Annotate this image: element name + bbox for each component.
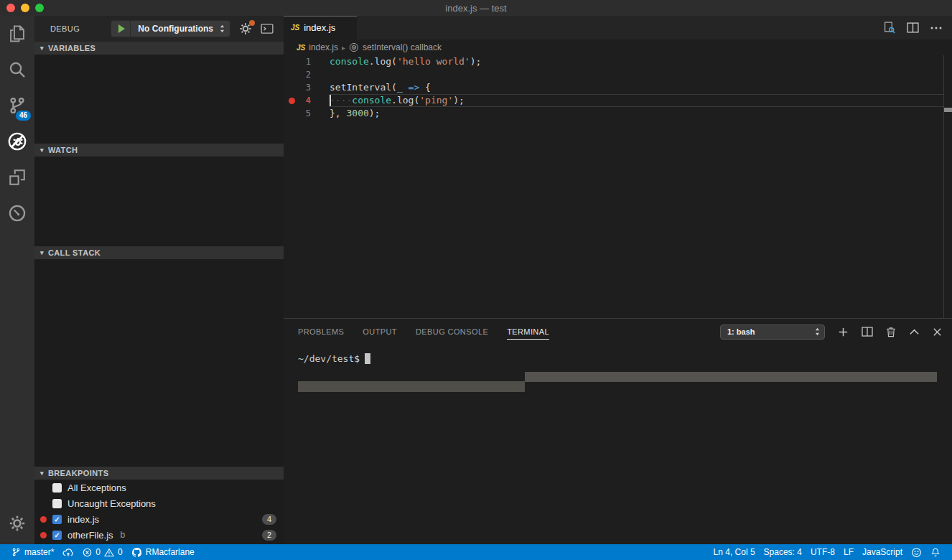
breakpoint-dot-icon[interactable] <box>289 98 295 104</box>
search-icon[interactable] <box>0 52 34 88</box>
zoom-window-button[interactable] <box>35 4 44 12</box>
sync-cloud-icon <box>62 547 74 557</box>
breakpoint-dot-icon <box>40 516 47 523</box>
breadcrumb: JS index.js ▸ setInterval() callback <box>284 39 952 55</box>
gear-notification-dot <box>249 20 255 26</box>
gutter[interactable]: 3 <box>284 81 330 94</box>
tab-indexjs[interactable]: JS index.js <box>284 16 357 39</box>
configure-gear-button[interactable] <box>239 22 252 35</box>
variables-section: ▾ VARIABLES <box>34 42 284 144</box>
kill-terminal-trash-icon[interactable] <box>886 327 896 337</box>
terminal-output[interactable]: ~/dev/test$ <box>284 345 952 364</box>
problems-status[interactable]: 0 0 <box>78 544 126 560</box>
language-mode-status[interactable]: JavaScript <box>858 544 907 560</box>
breakpoint-label: All Exceptions <box>67 482 126 493</box>
close-window-button[interactable] <box>6 4 15 12</box>
checkbox-checked[interactable] <box>52 531 62 540</box>
open-preview-icon[interactable] <box>883 22 895 34</box>
symbol-icon <box>349 42 359 52</box>
call-stack-section-header[interactable]: ▾ CALL STACK <box>34 246 284 259</box>
variables-section-header[interactable]: ▾ VARIABLES <box>34 42 284 55</box>
tab-problems[interactable]: PROBLEMS <box>298 325 344 339</box>
terminal-prompt: ~/dev/test$ <box>298 353 360 364</box>
language-mode: JavaScript <box>862 547 902 557</box>
gutter[interactable]: 4 <box>284 94 330 107</box>
eol-status[interactable]: LF <box>839 544 858 560</box>
traffic-lights <box>6 4 44 12</box>
tab-output[interactable]: OUTPUT <box>363 325 397 339</box>
eol: LF <box>844 547 854 557</box>
new-terminal-icon[interactable] <box>838 327 849 337</box>
configuration-dropdown-value: No Configurations <box>138 24 213 34</box>
code-line-3[interactable]: 3 setInterval(_ => { <box>284 81 952 94</box>
editor-scrollbar[interactable] <box>943 55 952 318</box>
cursor-position-status[interactable]: Ln 4, Col 5 <box>709 544 760 560</box>
explorer-icon[interactable] <box>0 16 34 52</box>
breakpoint-row-indexjs[interactable]: index.js 4 <box>34 511 284 527</box>
git-branch-status[interactable]: master* <box>7 544 58 560</box>
source-control-badge: 46 <box>16 111 31 121</box>
debug-console-toggle-button[interactable] <box>261 23 274 34</box>
breakpoint-file-label: index.js <box>67 514 99 525</box>
js-file-icon: JS <box>291 24 299 32</box>
more-actions-icon[interactable] <box>930 27 942 29</box>
breakpoint-row-uncaught-exceptions[interactable]: Uncaught Exceptions <box>34 495 284 511</box>
sync-changes-button[interactable] <box>58 544 78 560</box>
gutter[interactable]: 1 <box>284 55 330 68</box>
github-account-status[interactable]: RMacfarlane <box>127 544 199 560</box>
activity-bar: 46 <box>0 16 34 544</box>
twistie-icon: ▾ <box>40 249 44 256</box>
watch-section-header[interactable]: ▾ WATCH <box>34 144 284 157</box>
breakpoint-row-all-exceptions[interactable]: All Exceptions <box>34 480 284 495</box>
account-name: RMacfarlane <box>146 547 195 557</box>
gutter[interactable]: 2 <box>284 68 330 81</box>
editor-group: JS index.js <box>284 16 952 318</box>
extensions-icon[interactable] <box>0 159 34 195</box>
minimize-window-button[interactable] <box>21 4 29 12</box>
gutter[interactable]: 5 <box>284 107 330 120</box>
close-panel-icon[interactable] <box>933 327 942 337</box>
debug-sidebar: DEBUG No Configurations <box>34 16 284 544</box>
indentation-status[interactable]: Spaces: 4 <box>760 544 806 560</box>
breakpoint-count-badge: 2 <box>262 530 276 541</box>
debug-icon[interactable] <box>0 123 34 159</box>
breakpoint-row-otherfilejs[interactable]: otherFile.js b 2 <box>34 527 284 543</box>
breadcrumb-symbol[interactable]: setInterval() callback <box>363 42 442 52</box>
notifications-bell-button[interactable] <box>926 544 945 560</box>
breakpoint-count-badge: 4 <box>262 514 276 525</box>
code-editor[interactable]: 1 console.log('hello world'); 2 3 setInt… <box>284 55 952 318</box>
gauge-extension-icon[interactable] <box>0 195 34 231</box>
code-line-5[interactable]: 5 }, 3000); <box>284 107 952 120</box>
start-debug-button[interactable] <box>111 21 131 37</box>
play-icon <box>118 24 125 33</box>
code-line-1[interactable]: 1 console.log('hello world'); <box>284 55 952 68</box>
twistie-icon: ▾ <box>40 45 44 52</box>
breakpoints-section-header[interactable]: ▾ BREAKPOINTS <box>34 467 284 480</box>
breakpoints-section-title: BREAKPOINTS <box>48 469 108 477</box>
cursor-position: Ln 4, Col 5 <box>714 547 755 557</box>
code-line-4-current[interactable]: 4 ····console.log('ping'); <box>284 94 952 107</box>
checkbox-checked[interactable] <box>52 515 62 524</box>
terminal-selector-dropdown[interactable]: 1: bash <box>720 325 825 340</box>
twistie-icon: ▾ <box>40 146 44 154</box>
manage-gear-icon[interactable] <box>0 505 34 541</box>
split-editor-icon[interactable] <box>907 22 919 33</box>
line-number: 3 <box>306 81 330 94</box>
maximize-panel-chevron-icon[interactable] <box>909 328 920 335</box>
checkbox-unchecked[interactable] <box>52 483 62 493</box>
source-control-icon[interactable]: 46 <box>0 88 34 123</box>
variables-section-title: VARIABLES <box>48 44 95 52</box>
tab-debug-console[interactable]: DEBUG CONSOLE <box>416 325 488 339</box>
checkbox-unchecked[interactable] <box>52 499 62 508</box>
configuration-dropdown[interactable]: No Configurations <box>131 24 230 34</box>
split-terminal-icon[interactable] <box>862 327 873 337</box>
js-file-icon: JS <box>297 44 305 52</box>
encoding-status[interactable]: UTF-8 <box>806 544 839 560</box>
tab-terminal[interactable]: TERMINAL <box>507 325 549 340</box>
code-line-2[interactable]: 2 <box>284 68 952 81</box>
feedback-smiley-button[interactable] <box>907 544 926 560</box>
panel-actions: 1: bash <box>720 325 952 340</box>
watch-section-body <box>34 157 284 246</box>
breadcrumb-file[interactable]: index.js <box>309 42 338 52</box>
error-count: 0 <box>95 547 101 557</box>
